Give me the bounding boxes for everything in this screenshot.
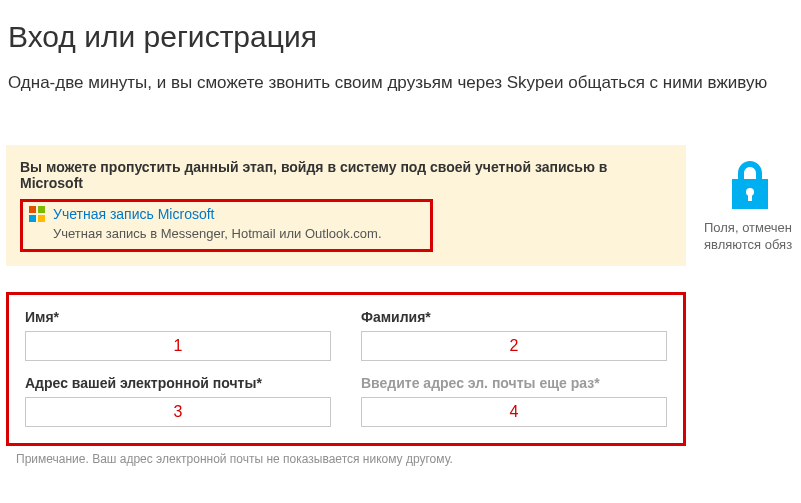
email-privacy-note: Примечание. Ваш адрес электронной почты … xyxy=(16,452,686,466)
svg-rect-1 xyxy=(748,193,752,201)
email-field[interactable] xyxy=(25,397,331,427)
email-confirm-field[interactable] xyxy=(361,397,667,427)
first-name-field[interactable] xyxy=(25,331,331,361)
microsoft-link-highlight: Учетная запись Microsoft Учетная запись … xyxy=(20,199,433,252)
microsoft-account-link[interactable]: Учетная запись Microsoft xyxy=(53,206,215,222)
required-fields-note-line1: Поля, отмечен xyxy=(704,219,796,237)
page-title: Вход или регистрация xyxy=(8,20,801,54)
email-label: Адрес вашей электронной почты* xyxy=(25,375,331,391)
first-name-label: Имя* xyxy=(25,309,331,325)
microsoft-signin-notice: Вы можете пропустить данный этап, войдя … xyxy=(6,145,686,266)
required-fields-note-line2: являются обяз xyxy=(704,236,796,254)
lock-icon xyxy=(728,159,772,209)
registration-form-highlight: Имя* 1 Фамилия* 2 Адрес вашей электронно… xyxy=(6,292,686,446)
notice-title: Вы можете пропустить данный этап, войдя … xyxy=(20,159,672,191)
microsoft-logo-icon xyxy=(29,206,45,222)
page-subtitle: Одна-две минуты, и вы сможете звонить св… xyxy=(8,72,801,95)
last-name-field[interactable] xyxy=(361,331,667,361)
microsoft-account-subtext: Учетная запись в Messenger, Hotmail или … xyxy=(53,226,422,241)
last-name-label: Фамилия* xyxy=(361,309,667,325)
email-confirm-label: Введите адрес эл. почты еще раз* xyxy=(361,375,667,391)
